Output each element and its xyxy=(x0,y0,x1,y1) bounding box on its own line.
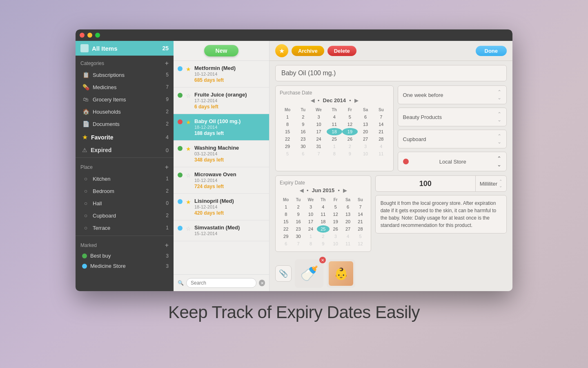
purchase-cal-day[interactable]: 5 xyxy=(280,150,295,157)
expiry-cal-next[interactable]: ▶ xyxy=(343,188,347,193)
purchase-cal-day[interactable]: 11 xyxy=(327,121,342,128)
list-item-metformin[interactable]: ★ Metformin (Med) 10-12-2014 685 days le… xyxy=(174,61,269,88)
expiry-cal-day[interactable]: 25 xyxy=(317,225,329,233)
simvastatin-star-icon[interactable]: ☆ xyxy=(186,225,191,232)
expiry-cal-day[interactable]: 9 xyxy=(292,211,304,218)
purchase-cal-day[interactable]: 6 xyxy=(295,150,311,157)
list-item-simvastatin[interactable]: ☆ Simvastatin (Med) 15-12-2014 xyxy=(174,220,269,241)
expiry-cal-day[interactable]: 26 xyxy=(330,225,342,233)
purchase-cal-day[interactable]: 7 xyxy=(311,150,326,157)
purchase-cal-day[interactable]: 7 xyxy=(373,113,389,121)
metformin-star-icon[interactable]: ★ xyxy=(186,66,191,72)
expiry-cal-day[interactable]: 3 xyxy=(305,203,317,211)
expiry-cal-day[interactable]: 5 xyxy=(330,203,342,211)
new-item-button[interactable]: New xyxy=(204,45,239,56)
purchase-cal-day[interactable]: 15 xyxy=(280,128,295,135)
expiry-cal-day[interactable]: 20 xyxy=(342,218,354,225)
list-item-microwave-oven[interactable]: ☆ Microwave Oven 10-12-2014 724 days lef… xyxy=(174,167,269,194)
sidebar-item-subscriptions[interactable]: 📋 Subscriptions 5 xyxy=(76,69,174,81)
purchase-cal-day[interactable]: 1 xyxy=(327,143,342,150)
expiry-cal-day[interactable]: 29 xyxy=(280,233,292,240)
expiry-cal-day[interactable]: 1 xyxy=(305,233,317,240)
purchase-cal-day[interactable]: 14 xyxy=(373,121,389,128)
list-item-washing-machine[interactable]: ★ Washing Machine 03-12-2014 348 days le… xyxy=(174,141,269,167)
list-item-fruite-juice[interactable]: ☆ Fruite Juice (orange) 17-12-2014 6 day… xyxy=(174,88,269,114)
purchase-cal-day[interactable]: 26 xyxy=(342,135,358,143)
expiry-cal-day[interactable]: 7 xyxy=(292,240,304,247)
sidebar-place-kitchen[interactable]: ○ Kitchen 1 xyxy=(76,173,174,185)
expiry-cal-day[interactable]: 7 xyxy=(354,203,366,211)
fruite-juice-star-icon[interactable]: ☆ xyxy=(186,92,191,99)
purchase-cal-day[interactable]: 2 xyxy=(342,143,358,150)
sidebar-place-hall[interactable]: ○ Hall 0 xyxy=(76,197,174,209)
purchase-cal-day[interactable]: 18 xyxy=(327,128,342,135)
expiry-cal-day[interactable]: 16 xyxy=(292,218,304,225)
purchase-cal-day[interactable]: 17 xyxy=(311,128,326,135)
purchase-cal-day[interactable]: 28 xyxy=(373,135,389,143)
expiry-cal-day[interactable]: 19 xyxy=(330,218,342,225)
sidebar-place-terrace[interactable]: ○ Terrace 1 xyxy=(76,222,174,234)
purchase-cal-day[interactable]: 2 xyxy=(295,113,311,121)
expiry-cal-day[interactable]: 14 xyxy=(354,211,366,218)
purchase-cal-day[interactable]: 19 xyxy=(342,128,358,135)
expiry-cal-day[interactable]: 24 xyxy=(305,225,317,233)
purchase-cal-day[interactable]: 1 xyxy=(280,113,295,121)
purchase-cal-day[interactable]: 3 xyxy=(311,113,326,121)
expiry-cal-day[interactable]: 13 xyxy=(342,211,354,218)
expiry-cal-prev[interactable]: ◀ xyxy=(300,188,303,193)
purchase-cal-day[interactable]: 11 xyxy=(373,150,389,157)
expiry-cal-day[interactable]: 9 xyxy=(317,240,329,247)
expiry-cal-day[interactable]: 30 xyxy=(292,233,304,240)
sidebar-item-medicines[interactable]: 💊 Medicines 7 xyxy=(76,81,174,93)
store-field[interactable]: Local Store ⌃⌄ xyxy=(398,152,507,171)
baby-oil-star-icon[interactable]: ★ xyxy=(186,119,191,126)
expiry-cal-day[interactable]: 8 xyxy=(280,211,292,218)
category-field[interactable]: Beauty Products ⌃⌄ xyxy=(398,108,507,126)
minimize-button[interactable] xyxy=(87,33,92,38)
quantity-input[interactable] xyxy=(376,177,475,191)
purchase-cal-day[interactable]: 16 xyxy=(295,128,311,135)
expiry-cal-day[interactable]: 3 xyxy=(330,233,342,240)
purchase-cal-day[interactable]: 4 xyxy=(327,113,342,121)
purchase-cal-day[interactable]: 8 xyxy=(327,150,342,157)
expiry-cal-day[interactable]: 10 xyxy=(305,211,317,218)
add-place-button[interactable]: + xyxy=(165,164,169,171)
expiry-cal-day[interactable]: 22 xyxy=(280,225,292,233)
expiry-cal-day[interactable]: 11 xyxy=(317,211,329,218)
sidebar-marker-medicine-store[interactable]: Medicine Store 3 xyxy=(76,261,174,271)
attachment-baby[interactable]: 👶 xyxy=(327,259,355,288)
expiry-cal-day[interactable]: 4 xyxy=(317,203,329,211)
purchase-cal-day[interactable]: 21 xyxy=(373,128,389,135)
expiry-cal-day[interactable]: 28 xyxy=(354,225,366,233)
expiry-cal-day[interactable]: 23 xyxy=(292,225,304,233)
purchase-cal-day[interactable]: 8 xyxy=(280,121,295,128)
delete-button[interactable]: Delete xyxy=(327,46,356,56)
purchase-cal-day[interactable]: 25 xyxy=(327,135,342,143)
purchase-cal-day[interactable]: 24 xyxy=(311,135,326,143)
purchase-cal-day[interactable]: 10 xyxy=(311,121,326,128)
expiry-cal-day[interactable]: 1 xyxy=(280,203,292,211)
list-item-baby-oil[interactable]: ★ Baby Oil (100 mg.) 18-12-2014 188 days… xyxy=(174,114,269,141)
expiry-cal-day[interactable]: 5 xyxy=(354,233,366,240)
attachment-bottle[interactable]: ✕ 🍼 xyxy=(295,259,323,288)
purchase-cal-day[interactable]: 22 xyxy=(280,135,295,143)
add-category-button[interactable]: + xyxy=(165,60,169,67)
purchase-cal-prev[interactable]: ◀ xyxy=(311,98,314,103)
expiry-cal-day[interactable]: 2 xyxy=(317,233,329,240)
purchase-cal-day[interactable]: 13 xyxy=(358,121,373,128)
purchase-cal-day[interactable]: 6 xyxy=(358,113,373,121)
sidebar-marker-best-buy[interactable]: Best buy 3 xyxy=(76,251,174,261)
expiry-cal-day[interactable]: 12 xyxy=(354,240,366,247)
done-button[interactable]: Done xyxy=(476,46,507,56)
expiry-cal-day[interactable]: 17 xyxy=(305,218,317,225)
expiry-cal-day[interactable]: 21 xyxy=(354,218,366,225)
expiry-cal-day[interactable]: 11 xyxy=(342,240,354,247)
expiry-cal-day[interactable]: 2 xyxy=(292,203,304,211)
search-input[interactable] xyxy=(186,278,256,288)
sidebar-favorite[interactable]: ★ Favorite 4 xyxy=(76,130,174,144)
lisinopril-star-icon[interactable]: ★ xyxy=(186,199,191,205)
remove-attachment-button[interactable]: ✕ xyxy=(319,257,326,263)
sidebar-expired[interactable]: ⚠ Expired 0 xyxy=(76,144,174,156)
purchase-cal-day[interactable]: 9 xyxy=(295,121,311,128)
add-attachment-button[interactable]: 📎 xyxy=(275,265,292,282)
